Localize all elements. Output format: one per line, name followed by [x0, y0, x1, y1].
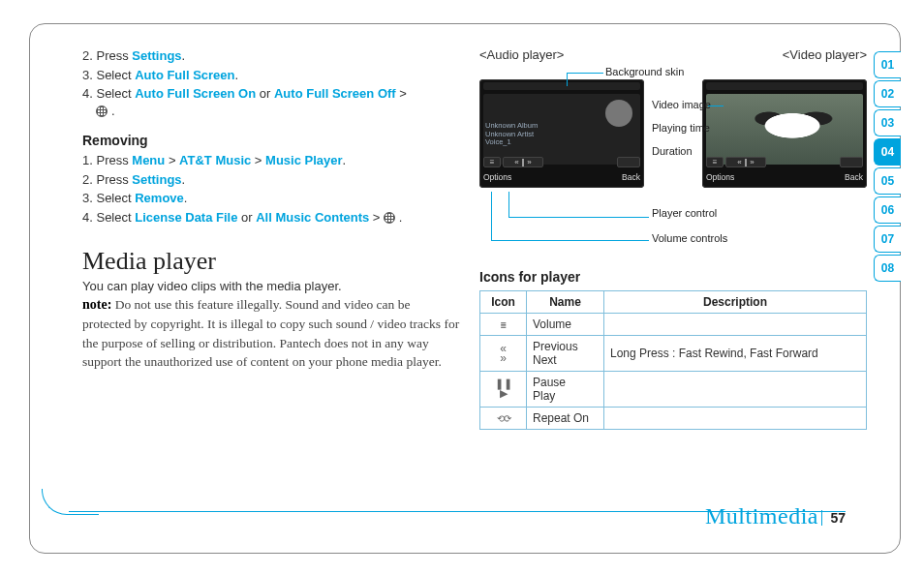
- callout-line: [708, 106, 724, 106]
- time-box: [840, 157, 863, 167]
- name-cell: Previous Next: [527, 336, 604, 372]
- chapter-tabs: 01 02 03 04 05 06 07 08: [874, 51, 901, 282]
- icon-cell: ❚❚▶: [480, 372, 527, 408]
- ui-term: All Music Contents: [256, 210, 369, 225]
- icon-cell: «»: [480, 336, 527, 372]
- globe-icon: [384, 212, 395, 224]
- name-cell: Repeat On: [527, 408, 604, 430]
- steps-top: 2. Press Settings. 3. Select Auto Full S…: [82, 47, 460, 119]
- step-item: 1. Press Menu > AT&T Music > Music Playe…: [82, 152, 460, 169]
- step-text: >: [396, 86, 407, 101]
- softkey-left: Options: [483, 172, 511, 182]
- callout-line: [508, 217, 649, 218]
- step-text: >: [251, 153, 265, 167]
- step-text: or: [237, 210, 256, 225]
- callout-background-skin: Background skin: [605, 66, 684, 77]
- chapter-tab-02[interactable]: 02: [874, 80, 901, 107]
- step-text: or: [256, 86, 274, 101]
- ui-term: Settings: [132, 48, 181, 63]
- label-audio-player: <Audio player>: [479, 47, 564, 62]
- volume-icon: ≡: [706, 157, 724, 167]
- callout-line: [567, 73, 603, 74]
- steps-removing: 1. Press Menu > AT&T Music > Music Playe…: [82, 152, 460, 226]
- time-box: [617, 157, 640, 167]
- player-control-row: ≡ « ‖ »: [483, 157, 640, 167]
- table-row: «» Previous Next Long Press : Fast Rewin…: [480, 336, 867, 372]
- callout-line: [491, 192, 492, 240]
- callout-video-image: Video image: [652, 99, 711, 110]
- chapter-tab-08[interactable]: 08: [874, 255, 901, 282]
- icon-cell: ⟲⟳: [480, 408, 527, 430]
- phone-statusbar: [706, 82, 863, 90]
- icons-table: Icon Name Description ≣ Volume «» Previo…: [479, 290, 867, 430]
- table-row: ❚❚▶ Pause Play: [480, 372, 867, 408]
- step-text: Select: [96, 210, 135, 225]
- audio-player-screenshot: Unknown Album Unknown Artist Voice_1 ≡ «…: [479, 79, 644, 188]
- note-paragraph: note: Do not use this feature illegally.…: [82, 295, 460, 372]
- chapter-tab-07[interactable]: 07: [874, 226, 901, 253]
- step-item: 3. Select Auto Full Screen.: [82, 67, 460, 84]
- audio-track-info: Unknown Album Unknown Artist Voice_1: [485, 122, 538, 147]
- softkey-bar: Options Back: [706, 169, 863, 185]
- softkey-right: Back: [622, 172, 640, 182]
- step-number: 1.: [82, 153, 93, 167]
- two-column-layout: 2. Press Settings. 3. Select Auto Full S…: [82, 47, 867, 430]
- th-name: Name: [527, 291, 604, 314]
- softkey-right: Back: [845, 172, 863, 182]
- ui-term: AT&T Music: [179, 153, 251, 167]
- note-lead: note:: [82, 297, 111, 312]
- callout-playing-time: Playing time: [652, 122, 710, 134]
- callout-player-control: Player control: [652, 207, 717, 219]
- player-control-row: ≡ « ‖ »: [706, 157, 863, 167]
- step-text: Select: [96, 68, 135, 82]
- step-text: .: [184, 191, 188, 205]
- name-cell: Volume: [527, 314, 604, 336]
- desc-cell: [604, 408, 867, 430]
- softkey-bar: Options Back: [483, 169, 640, 185]
- chapter-tab-05[interactable]: 05: [874, 167, 901, 195]
- phone-statusbar: [483, 82, 640, 90]
- step-text: .: [182, 172, 186, 187]
- video-player-screenshot: ≡ « ‖ » Options Back: [702, 79, 867, 188]
- callout-line: [508, 192, 509, 217]
- heading-media-player: Media player: [82, 247, 460, 276]
- chapter-tab-01[interactable]: 01: [874, 51, 901, 78]
- volume-icon: ≡: [483, 157, 501, 167]
- step-number: 2.: [82, 172, 93, 187]
- desc-cell: [604, 372, 867, 408]
- table-row: ⟲⟳ Repeat On: [480, 408, 867, 430]
- ui-term: Settings: [132, 172, 181, 187]
- callout-line: [567, 73, 568, 86]
- step-text: Select: [96, 86, 135, 101]
- repeat-icon: ⟲⟳: [497, 413, 510, 424]
- ui-term: Auto Full Screen On: [135, 86, 256, 101]
- step-text: >: [165, 153, 179, 167]
- ui-term: Remove: [135, 191, 184, 205]
- ui-term: Auto Full Screen: [135, 68, 234, 82]
- subheading-removing: Removing: [82, 133, 460, 148]
- step-item: 2. Press Settings.: [82, 47, 460, 65]
- step-number: 3.: [82, 68, 93, 82]
- ui-term: License Data File: [135, 210, 237, 225]
- callout-duration: Duration: [652, 145, 693, 157]
- left-column: 2. Press Settings. 3. Select Auto Full S…: [82, 47, 460, 430]
- chapter-tab-03[interactable]: 03: [874, 109, 901, 136]
- step-text: .: [182, 48, 186, 63]
- step-text: Press: [96, 172, 132, 187]
- chapter-tab-04[interactable]: 04: [874, 138, 901, 166]
- step-text: >: [369, 210, 384, 225]
- player-labels-row: <Audio player> <Video player>: [479, 47, 867, 62]
- page-frame: 2. Press Settings. 3. Select Auto Full S…: [29, 23, 901, 554]
- step-item: 4. Select Auto Full Screen On or Auto Fu…: [82, 85, 460, 119]
- icon-cell: ≣: [480, 314, 527, 336]
- name-cell: Pause Play: [527, 372, 604, 408]
- volume-bars-icon: ≣: [500, 319, 506, 330]
- step-item: 2. Press Settings.: [82, 171, 460, 189]
- video-frame-image: [706, 94, 863, 165]
- chapter-tab-06[interactable]: 06: [874, 196, 901, 224]
- step-text: Press: [96, 48, 132, 63]
- pause-play-icon: ❚❚▶: [486, 379, 520, 399]
- step-number: 3.: [82, 191, 93, 205]
- player-diagram: Unknown Album Unknown Artist Voice_1 ≡ «…: [479, 66, 867, 259]
- step-item: 3. Select Remove.: [82, 190, 460, 207]
